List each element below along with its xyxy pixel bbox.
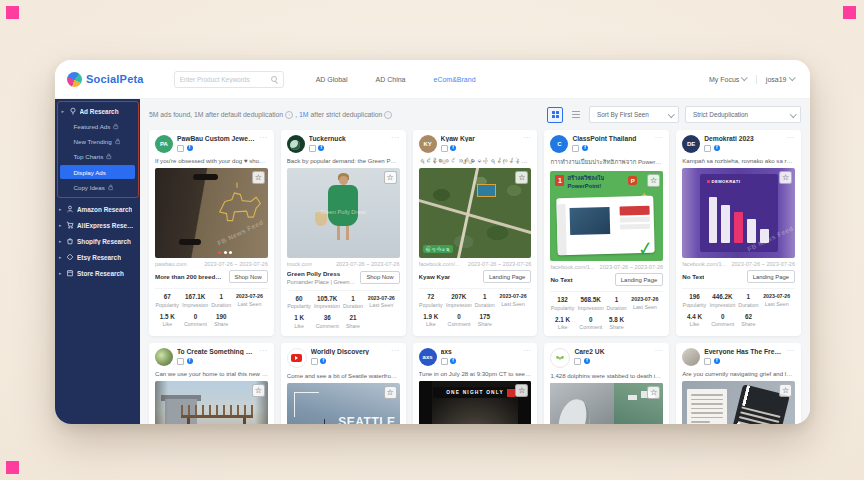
stats-row: 72Popularity207KImpression1Duration2023-… [419, 288, 532, 308]
dedup-select[interactable]: Strict Deduplication [685, 106, 801, 123]
product-title[interactable]: No Text [550, 276, 572, 283]
search-input[interactable] [180, 76, 267, 83]
info-icon[interactable]: i [285, 111, 293, 119]
sidebar-item-top-charts[interactable]: Top Charts [58, 149, 138, 164]
favorite-button[interactable]: ☆ [384, 386, 397, 399]
sidebar-item-store-research[interactable]: ▸Store Research [55, 265, 140, 281]
info-icon[interactable]: i [384, 111, 392, 119]
ad-domain[interactable]: facebook.com/... [419, 261, 460, 267]
nav-item-ad-china[interactable]: AD China [376, 76, 406, 83]
advertiser-name[interactable]: Kyaw Kyar [441, 135, 519, 142]
cta-button[interactable]: Landing Page [615, 273, 663, 286]
sidebar-item-etsy-research[interactable]: ▸Etsy Research [55, 249, 140, 265]
advertiser-name[interactable]: PawBau Custom Jewelry [177, 135, 255, 142]
stat-label: Last Seen [495, 301, 532, 307]
my-focus-menu[interactable]: My Focus [709, 75, 747, 83]
stat-value: 1 [343, 295, 363, 302]
cta-button[interactable]: Shop Now [229, 270, 268, 283]
favorite-button[interactable]: ☆ [647, 174, 660, 187]
social-stat-cell: 0Comment [180, 313, 212, 328]
advertiser-name[interactable]: Demokrati 2023 [704, 135, 782, 142]
sidebar-highlight-box: ▸Ad ResearchFeatured AdsNew TrendingTop … [57, 101, 139, 198]
favorite-button[interactable]: ☆ [779, 171, 792, 184]
more-button[interactable]: ··· [787, 348, 796, 353]
brand-logo[interactable]: SocialPeta [67, 72, 144, 87]
sidebar-item-new-trending[interactable]: New Trending [58, 134, 138, 149]
more-button[interactable]: ··· [523, 135, 532, 140]
sidebar-item-copy-ideas[interactable]: Copy Ideas [58, 180, 138, 195]
advertiser-name[interactable]: ClassPoint Thailand [572, 135, 650, 142]
header-right: My Focus josa19 [709, 75, 794, 84]
ad-domain[interactable]: facebook.com/1... [550, 264, 594, 270]
results-text-suffix: after strict deduplication [310, 111, 382, 118]
favorite-button[interactable]: ☆ [252, 171, 265, 184]
sidebar-item-featured-ads[interactable]: Featured Ads [58, 119, 138, 134]
social-stat-cell: 36Comment [311, 314, 343, 329]
advertiser-name[interactable]: Care2 UK [574, 348, 650, 355]
social-stat-label: Share [343, 323, 363, 329]
nav-item-ecom-brand[interactable]: eCom&Brand [434, 76, 476, 83]
sidebar-item-ad-research[interactable]: ▸Ad Research [58, 103, 138, 119]
more-button[interactable]: ··· [787, 135, 796, 140]
product-title[interactable]: Green Polly Dress [287, 270, 357, 277]
more-button[interactable]: ··· [655, 348, 664, 353]
advertiser-name[interactable]: Tuckernuck [309, 135, 387, 142]
advertiser-name[interactable]: axs [441, 348, 519, 355]
ad-media[interactable]: Green Polly Dress☆ [287, 168, 400, 258]
sidebar-item-label: Store Research [77, 270, 124, 277]
card-meta-row: pawbau.com2023-07-26 ~ 2023-07-26 [155, 261, 268, 267]
stat-cell: 446.2KImpression [707, 293, 739, 308]
more-button[interactable]: ··· [655, 135, 664, 140]
advertiser-name[interactable]: To Create Something Exceptio... [177, 348, 255, 355]
cta-button[interactable]: Shop Now [360, 271, 399, 284]
favorite-button[interactable]: ☆ [779, 384, 792, 397]
ad-media[interactable]: DEMOKRATIFB News Feed☆ [682, 168, 795, 258]
cta-button[interactable]: Landing Page [747, 270, 795, 283]
favorite-button[interactable]: ☆ [384, 171, 397, 184]
sidebar-item-amazon-research[interactable]: ▸Amazon Research [55, 201, 140, 217]
favorite-button[interactable]: ☆ [515, 384, 528, 397]
ad-media[interactable]: 1สร้างควิซลงในPowerPoint!P★✓☆ [550, 171, 663, 261]
more-button[interactable]: ··· [391, 348, 400, 353]
ad-media[interactable]: ☆ [682, 381, 795, 424]
more-button[interactable]: ··· [391, 135, 400, 140]
ad-domain[interactable]: pawbau.com [155, 261, 187, 267]
social-stat-label: Share [475, 321, 495, 327]
sidebar-item-aliexpress-research[interactable]: ▸AliExpress Research [55, 217, 140, 233]
nav-item-ad-global[interactable]: AD Global [316, 76, 348, 83]
product-title[interactable]: No Text [682, 273, 704, 280]
more-button[interactable]: ··· [259, 135, 268, 140]
channel-icons: f [441, 358, 519, 365]
ad-media[interactable]: ☆ [155, 381, 268, 424]
ad-media[interactable]: SEATTLEWASHINGTON☆ [287, 383, 400, 424]
favorite-button[interactable]: ☆ [252, 384, 265, 397]
search-icon[interactable] [271, 76, 278, 83]
grid-view-button[interactable] [547, 107, 563, 123]
card-header-mid: PawBau Custom Jewelryf [177, 135, 255, 152]
user-menu[interactable]: josa19 [766, 75, 794, 83]
ad-media[interactable]: FB News Feed☆ [155, 168, 268, 258]
card-meta-row: facebook.com/10...2023-07-26 ~ 2023-07-2… [682, 261, 795, 267]
ad-media[interactable]: ONE NIGHT ONLY☆ [419, 381, 532, 424]
sidebar-item-shopify-research[interactable]: ▸Shopify Research [55, 233, 140, 249]
product-title[interactable]: More than 200 breeds available [155, 273, 225, 280]
strict-count-link[interactable]: 1M [299, 111, 308, 118]
ad-domain[interactable]: facebook.com/10... [682, 261, 727, 267]
product-title[interactable]: Kyaw Kyar [419, 273, 451, 280]
ad-domain[interactable]: tnuck.com [287, 261, 313, 267]
ad-media[interactable]: ☆ [550, 383, 663, 424]
product-info: No Text [550, 276, 572, 283]
sidebar-item-display-ads[interactable]: Display Ads [60, 165, 135, 179]
favorite-button[interactable]: ☆ [647, 386, 660, 399]
sort-select[interactable]: Sort By First Seen [589, 106, 679, 123]
cta-button[interactable]: Landing Page [483, 270, 531, 283]
advertiser-name[interactable]: Everyone Has The Freedom To... [704, 348, 782, 355]
list-view-button[interactable] [569, 108, 583, 122]
search-box[interactable] [174, 71, 284, 88]
advertiser-name[interactable]: Worldly Discovery [311, 348, 387, 355]
more-button[interactable]: ··· [523, 348, 532, 353]
more-button[interactable]: ··· [259, 348, 268, 353]
favorite-button[interactable]: ☆ [515, 171, 528, 184]
ad-media[interactable]: မြေကွက်နေရာ☆ [419, 168, 532, 258]
social-stat-value: 62 [739, 313, 759, 320]
